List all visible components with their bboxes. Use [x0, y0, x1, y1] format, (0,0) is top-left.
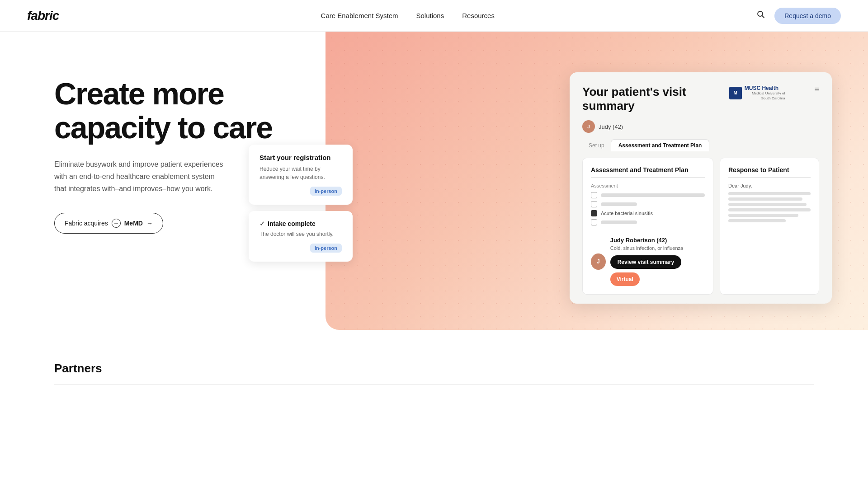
- checkbox-row-1: [591, 192, 705, 198]
- response-title: Response to Patient: [728, 166, 811, 178]
- patient-info: Judy Robertson (42) Cold, sinus infectio…: [610, 237, 705, 286]
- checkbox-3-checked[interactable]: [591, 210, 597, 216]
- acquires-button[interactable]: Fabric acquires → MeMD →: [54, 213, 163, 234]
- assessment-panel: Assessment and Treatment Plan Assessment…: [582, 158, 713, 295]
- navbar: fabric Care Enablement System Solutions …: [0, 0, 868, 32]
- response-line-6: [728, 219, 786, 222]
- patient-diagnosis: Cold, sinus infection, or influenza: [610, 245, 705, 251]
- visit-content: Assessment and Treatment Plan Assessment…: [582, 158, 819, 295]
- response-line-5: [728, 214, 798, 217]
- nav-links: Care Enablement System Solutions Resourc…: [321, 12, 495, 19]
- memd-brand: MeMD: [124, 220, 143, 227]
- card2-desc: The doctor will see you shortly.: [259, 230, 342, 238]
- musc-logo-subtext: Medical University of South Carolina: [745, 91, 785, 101]
- tab-setup[interactable]: Set up: [582, 140, 611, 151]
- card2-badge: In-person: [310, 244, 342, 253]
- checkbox-2[interactable]: [591, 201, 597, 207]
- nav-care-enablement[interactable]: Care Enablement System: [321, 12, 398, 19]
- musc-logo-box: M MUSC Health Medical University of Sout…: [729, 85, 785, 101]
- review-visit-button[interactable]: Review visit summary: [610, 255, 681, 269]
- line-1: [601, 193, 705, 197]
- panel-menu-icon[interactable]: ≡: [814, 85, 819, 94]
- svg-line-1: [762, 16, 764, 18]
- logo[interactable]: fabric: [27, 9, 59, 23]
- partners-divider: [54, 385, 814, 385]
- request-demo-button[interactable]: Request a demo: [774, 8, 841, 24]
- patient-avatar-large: J: [591, 253, 606, 270]
- intake-check-row: ✓ Intake complete: [259, 220, 342, 227]
- response-lines: [728, 192, 811, 222]
- checkmark-icon: ✓: [259, 220, 265, 227]
- hero-title: Create more capacity to care: [54, 77, 289, 145]
- line-2: [601, 202, 637, 206]
- visit-panel-header: Your patient's visit summary M MUSC Heal…: [582, 85, 819, 113]
- arrow-circle-icon: →: [112, 219, 121, 228]
- checkbox-row-2: [591, 201, 705, 207]
- virtual-button[interactable]: Virtual: [610, 272, 640, 286]
- partners-section: Partners: [0, 339, 868, 403]
- visit-summary-panel: Your patient's visit summary M MUSC Heal…: [570, 72, 832, 304]
- nav-solutions[interactable]: Solutions: [416, 12, 444, 19]
- action-buttons: Review visit summary Virtual: [610, 255, 705, 286]
- search-icon[interactable]: [756, 10, 765, 21]
- external-arrow-icon: →: [146, 220, 153, 227]
- hero-section: Create more capacity to care Eliminate b…: [0, 32, 868, 339]
- registration-cards: Start your registration Reduce your wait…: [249, 145, 353, 262]
- response-line-2: [728, 197, 802, 201]
- nav-right: Request a demo: [756, 8, 841, 24]
- partners-title: Partners: [54, 361, 814, 375]
- nav-resources[interactable]: Resources: [462, 12, 495, 19]
- checkbox-1[interactable]: [591, 192, 597, 198]
- patient-avatar-small: J: [582, 120, 595, 133]
- assessment-label: Assessment: [591, 183, 705, 188]
- response-panel: Response to Patient Dear Judy,: [720, 158, 819, 295]
- registration-card: Start your registration Reduce your wait…: [249, 145, 353, 205]
- visit-tabs: Set up Assessment and Treatment Plan: [582, 139, 819, 151]
- musc-logo-text: MUSC Health: [745, 85, 785, 91]
- patient-name-header: Judy (42): [599, 123, 623, 130]
- assessment-title: Assessment and Treatment Plan: [591, 166, 705, 178]
- musc-logo: M MUSC Health Medical University of Sout…: [729, 85, 785, 101]
- response-line-3: [728, 203, 807, 206]
- visit-panel-title: Your patient's visit summary: [582, 85, 700, 113]
- checkbox-row-4: [591, 219, 705, 225]
- checkbox-3-label: Acute bacterial sinusitis: [601, 211, 653, 216]
- response-line-1: [728, 192, 811, 195]
- card1-title: Start your registration: [259, 154, 342, 161]
- dear-text: Dear Judy,: [728, 183, 811, 188]
- response-line-4: [728, 208, 811, 211]
- visit-patient-row: J Judy (42): [582, 120, 819, 133]
- card1-badge: In-person: [310, 187, 342, 196]
- checkbox-4[interactable]: [591, 219, 597, 225]
- intake-card: ✓ Intake complete The doctor will see yo…: [249, 211, 353, 262]
- tab-assessment[interactable]: Assessment and Treatment Plan: [611, 139, 710, 151]
- intake-title: Intake complete: [268, 220, 316, 227]
- patient-full-name: Judy Robertson (42): [610, 237, 705, 244]
- hero-subtitle: Eliminate busywork and improve patient e…: [54, 158, 226, 195]
- line-4: [601, 221, 637, 224]
- checkbox-row-3: Acute bacterial sinusitis: [591, 210, 705, 216]
- musc-logo-icon: M: [729, 87, 742, 99]
- card1-desc: Reduce your wait time by answering a few…: [259, 165, 342, 181]
- patient-detail-row: J Judy Robertson (42) Cold, sinus infect…: [591, 232, 705, 286]
- acquires-text: Fabric acquires: [65, 220, 108, 227]
